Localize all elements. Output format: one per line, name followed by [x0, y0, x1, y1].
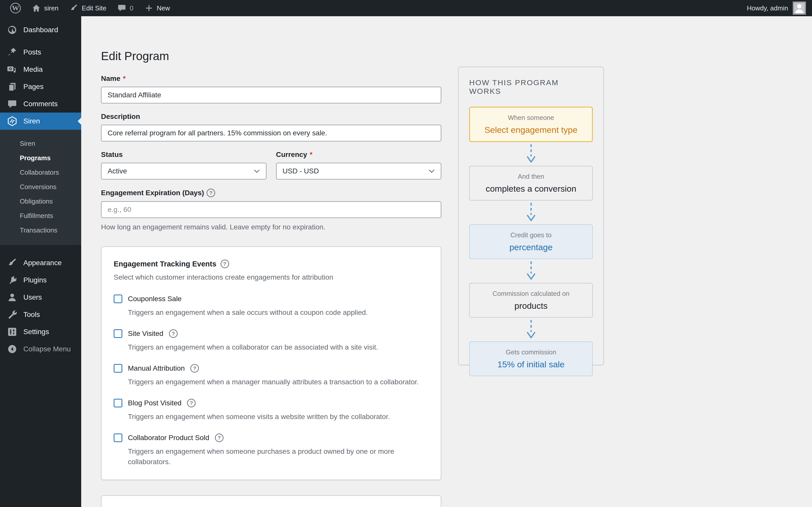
tracking-card-title-row: Engagement Tracking Events ? [114, 260, 428, 268]
tracking-card-title: Engagement Tracking Events [114, 260, 216, 268]
description-input[interactable] [101, 125, 441, 142]
step-label: Credit goes to [474, 231, 588, 239]
comments-icon [7, 99, 17, 109]
required-asterisk: * [123, 74, 125, 82]
howdy-label[interactable]: Howdy, admin [747, 4, 788, 12]
submenu-item-obligations[interactable]: Obligations [0, 194, 81, 209]
site-visited-checkbox[interactable] [114, 329, 122, 338]
sidebar-item-users[interactable]: Users [0, 289, 81, 306]
siren-hexagon-icon [7, 116, 17, 126]
help-icon[interactable]: ? [169, 329, 177, 338]
plugin-icon [7, 275, 17, 285]
step-commission-basis: Commission calculated on products [469, 283, 593, 318]
sidebar-item-appearance[interactable]: Appearance [0, 254, 81, 272]
help-icon[interactable]: ? [215, 434, 223, 442]
comments-shortcut[interactable]: 0 [112, 0, 139, 16]
sidebar-label: Comments [23, 100, 58, 108]
edit-site-link[interactable]: Edit Site [64, 0, 112, 16]
couponless-sale-checkbox[interactable] [114, 294, 122, 303]
site-name-link[interactable]: siren [27, 0, 64, 16]
attribution-model-card: Attribution Model ? How credit is assign… [101, 495, 441, 507]
collapse-menu-label: Collapse Menu [23, 345, 71, 353]
submenu-item-conversions[interactable]: Conversions [0, 180, 81, 194]
sidebar-label: Media [23, 65, 43, 73]
wordpress-menu[interactable]: W [5, 0, 27, 16]
name-field-label: Name * [101, 74, 441, 82]
expiration-label-text: Engagement Expiration (Days) [101, 189, 204, 197]
status-selected-value: Active [108, 167, 127, 175]
step-credit[interactable]: Credit goes to percentage [469, 224, 593, 259]
home-icon [32, 4, 41, 12]
event-row-manual-attribution: Manual Attribution ? Triggers an engagem… [114, 364, 428, 387]
event-description: Triggers an engagement when a sale occur… [128, 307, 422, 318]
currency-selected-value: USD - USD [283, 167, 319, 175]
step-value: percentage [474, 242, 588, 252]
sidebar-label: Settings [23, 328, 49, 336]
engagement-tracking-card: Engagement Tracking Events ? Select whic… [101, 246, 441, 480]
step-engagement-type[interactable]: When someone Select engagement type [469, 107, 593, 142]
step-value: products [474, 301, 588, 311]
brush-icon [69, 4, 78, 12]
comment-count: 0 [130, 4, 133, 12]
sidebar-item-posts[interactable]: Posts [0, 44, 81, 61]
submenu-item-fulfillments[interactable]: Fulfillments [0, 209, 81, 223]
tracking-card-subtitle: Select which customer interactions creat… [114, 273, 428, 281]
event-label: Collaborator Product Sold [128, 434, 209, 442]
sidebar-item-plugins[interactable]: Plugins [0, 272, 81, 289]
currency-select[interactable]: USD - USD [276, 163, 442, 179]
help-icon[interactable]: ? [220, 260, 229, 268]
required-asterisk: * [310, 151, 312, 159]
sidebar-item-media[interactable]: Media [0, 61, 81, 78]
collaborator-product-sold-checkbox[interactable] [114, 434, 122, 442]
expiration-input[interactable] [101, 201, 441, 218]
edit-program-form: Edit Program Name * Description Status A… [101, 49, 441, 507]
new-content-menu[interactable]: New [139, 0, 175, 16]
sidebar-item-comments[interactable]: Comments [0, 95, 81, 113]
sidebar-label: Appearance [23, 259, 62, 267]
help-icon[interactable]: ? [207, 188, 215, 197]
event-description: Triggers an engagement when a collaborat… [128, 342, 422, 352]
currency-field-label: Currency * [276, 151, 442, 159]
collapse-menu-button[interactable]: Collapse Menu [0, 340, 81, 358]
step-value: Select engagement type [474, 125, 588, 135]
status-field-label: Status [101, 151, 266, 159]
manual-attribution-checkbox[interactable] [114, 364, 122, 373]
sidebar-item-tools[interactable]: Tools [0, 306, 81, 323]
sidebar-item-dashboard[interactable]: Dashboard [0, 21, 81, 39]
siren-submenu: Siren Programs Collaborators Conversions… [0, 130, 81, 245]
event-row-couponless-sale: Couponless Sale Triggers an engagement w… [114, 294, 428, 318]
event-row-blog-post-visited: Blog Post Visited ? Triggers an engageme… [114, 399, 428, 422]
flow-arrow-down-icon [469, 201, 593, 224]
sidebar-label: Pages [23, 82, 43, 91]
submenu-item-transactions[interactable]: Transactions [0, 223, 81, 237]
submenu-item-programs[interactable]: Programs [0, 151, 81, 165]
sidebar-label: Users [23, 293, 42, 301]
comment-bubble-icon [117, 4, 126, 12]
sidebar-label: Dashboard [23, 26, 58, 34]
admin-bar-right: Howdy, admin [747, 0, 812, 16]
blog-post-visited-checkbox[interactable] [114, 399, 122, 407]
expiration-field-label: Engagement Expiration (Days) ? [101, 188, 441, 197]
flow-arrow-down-icon [469, 259, 593, 283]
event-label: Couponless Sale [128, 295, 182, 303]
currency-label-text: Currency [276, 151, 307, 159]
step-label: Gets commission [474, 348, 588, 356]
sidebar-item-pages[interactable]: Pages [0, 78, 81, 95]
sidebar-item-settings[interactable]: Settings [0, 323, 81, 340]
help-icon[interactable]: ? [190, 364, 199, 373]
wordpress-logo-icon: W [10, 3, 21, 13]
step-commission-amount[interactable]: Gets commission 15% of initial sale [469, 341, 593, 376]
sidebar-label: Siren [23, 117, 40, 125]
submenu-item-collaborators[interactable]: Collaborators [0, 165, 81, 180]
avatar[interactable] [793, 2, 806, 15]
event-row-collaborator-product-sold: Collaborator Product Sold ? Triggers an … [114, 434, 428, 467]
sidebar-label: Plugins [23, 276, 47, 284]
sidebar-item-siren[interactable]: Siren [0, 113, 81, 130]
status-label-text: Status [101, 151, 123, 159]
status-select[interactable]: Active [101, 163, 266, 179]
name-input[interactable] [101, 87, 441, 103]
submenu-item-siren[interactable]: Siren [0, 136, 81, 151]
admin-bar: W siren Edit Site 0 New Howdy [0, 0, 812, 16]
help-icon[interactable]: ? [187, 399, 196, 407]
event-row-site-visited: Site Visited ? Triggers an engagement wh… [114, 329, 428, 352]
